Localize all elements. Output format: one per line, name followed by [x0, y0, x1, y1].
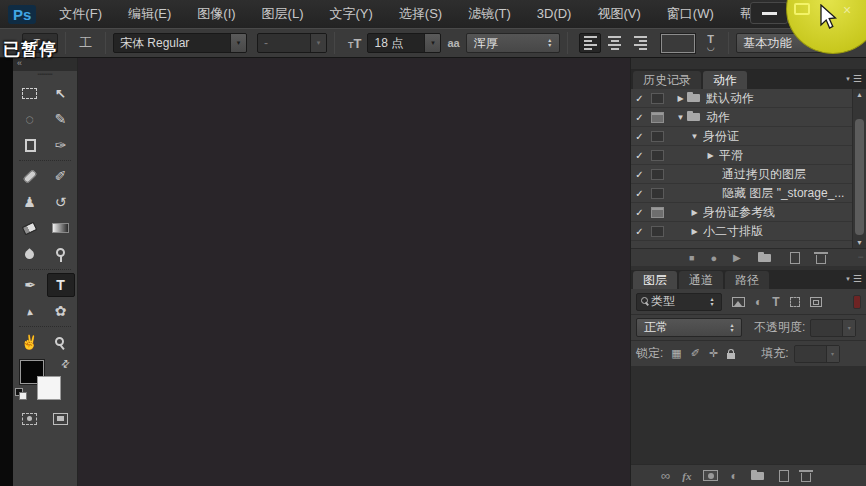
- default-colors-icon[interactable]: [15, 388, 27, 400]
- action-row[interactable]: ✓ 通过拷贝的图层: [631, 165, 852, 184]
- align-center-button[interactable]: [604, 33, 626, 53]
- modal-toggle[interactable]: [648, 169, 667, 180]
- tab-layers[interactable]: 图层: [633, 271, 677, 289]
- font-size-select[interactable]: 18 点 ▾: [367, 33, 441, 53]
- include-check-icon[interactable]: ✓: [631, 150, 648, 161]
- layer-style-button[interactable]: fx: [682, 470, 691, 482]
- rectangular-marquee-tool[interactable]: [14, 80, 45, 106]
- filter-kind-select[interactable]: 类型 ▴▾: [636, 293, 722, 311]
- brush-tool[interactable]: ✐: [45, 163, 76, 189]
- new-group-button[interactable]: [750, 472, 767, 480]
- path-selection-tool[interactable]: ▲: [12, 296, 46, 326]
- clone-stamp-tool[interactable]: ♟: [14, 189, 45, 215]
- delete-layer-button[interactable]: [801, 469, 811, 482]
- scroll-down-icon[interactable]: ▼: [853, 239, 866, 246]
- record-button[interactable]: ●: [710, 252, 717, 264]
- custom-shape-tool[interactable]: ✿: [45, 298, 76, 324]
- modal-toggle[interactable]: [648, 93, 667, 104]
- dropdown-arrow-icon[interactable]: ▾: [230, 34, 246, 52]
- minimize-button[interactable]: [750, 2, 788, 24]
- blur-tool[interactable]: [14, 241, 45, 267]
- menu-select[interactable]: 选择(S): [386, 0, 455, 28]
- align-left-button[interactable]: [579, 33, 601, 53]
- zoom-tool[interactable]: [45, 329, 76, 355]
- menu-3d[interactable]: 3D(D): [524, 0, 585, 28]
- new-set-button[interactable]: [757, 254, 774, 262]
- expand-arrow-icon[interactable]: ▶: [689, 227, 700, 236]
- text-orientation-icon[interactable]: 工: [79, 34, 92, 52]
- menu-window[interactable]: 窗口(W): [654, 0, 727, 28]
- panel-grip[interactable]: ┅┅┅: [13, 71, 77, 80]
- action-row[interactable]: ✓ ▶ 默认动作: [631, 89, 852, 108]
- action-row[interactable]: ✓ ▼ 身份证: [631, 127, 852, 146]
- delete-button[interactable]: [816, 251, 826, 264]
- expand-arrow-icon[interactable]: ▼: [689, 132, 700, 141]
- modal-toggle[interactable]: [648, 131, 667, 142]
- include-check-icon[interactable]: ✓: [631, 93, 648, 104]
- include-check-icon[interactable]: ✓: [631, 207, 648, 218]
- action-row[interactable]: ✓ ▶ 小二寸排版: [631, 222, 852, 241]
- canvas-area[interactable]: [78, 58, 630, 486]
- add-mask-button[interactable]: [703, 470, 718, 481]
- blend-mode-select[interactable]: 正常 ▴▾: [636, 318, 742, 337]
- modal-toggle[interactable]: [648, 226, 667, 237]
- link-layers-button[interactable]: ∞: [661, 468, 670, 483]
- expand-arrow-icon[interactable]: ▼: [675, 113, 686, 122]
- new-adjustment-layer-button[interactable]: ◐: [730, 469, 737, 483]
- expand-arrow-icon[interactable]: ▶: [675, 94, 686, 103]
- quick-selection-tool[interactable]: ✎: [45, 106, 76, 132]
- shape-layer-filter-icon[interactable]: [790, 297, 800, 307]
- move-tool[interactable]: ↖: [45, 80, 76, 106]
- include-check-icon[interactable]: ✓: [631, 112, 648, 123]
- hand-tool[interactable]: ✌: [14, 329, 45, 355]
- expand-arrow-icon[interactable]: ▶: [705, 151, 716, 160]
- include-check-icon[interactable]: ✓: [631, 169, 648, 180]
- tab-channels[interactable]: 通道: [679, 271, 723, 289]
- action-row[interactable]: ✓ 隐藏 图层 "_storage_...: [631, 184, 852, 203]
- type-tool-selected[interactable]: T: [47, 273, 75, 297]
- new-action-button[interactable]: [790, 252, 800, 264]
- resize-grip[interactable]: ┉: [858, 253, 863, 262]
- action-row[interactable]: ✓ ▼ 动作: [631, 108, 852, 127]
- menu-file[interactable]: 文件(F): [46, 0, 115, 28]
- expand-arrow-icon[interactable]: ▶: [689, 208, 700, 217]
- pen-tool[interactable]: ✒: [15, 272, 46, 298]
- eyedropper-tool[interactable]: ✑: [45, 132, 76, 158]
- type-layer-filter-icon[interactable]: T: [772, 295, 779, 309]
- modal-toggle[interactable]: [648, 188, 667, 199]
- menu-layer[interactable]: 图层(L): [249, 0, 317, 28]
- align-right-button[interactable]: [629, 33, 651, 53]
- menu-image[interactable]: 图像(I): [184, 0, 248, 28]
- pixel-layer-filter-icon[interactable]: [732, 297, 745, 307]
- include-check-icon[interactable]: ✓: [631, 188, 648, 199]
- adjustment-layer-filter-icon[interactable]: ◐: [755, 295, 762, 309]
- lock-transparency-icon[interactable]: ▦: [671, 347, 681, 360]
- filter-toggle-switch[interactable]: [853, 295, 861, 309]
- play-button[interactable]: ▶: [733, 252, 741, 263]
- history-brush-tool[interactable]: ↺: [45, 189, 76, 215]
- close-button[interactable]: ×: [843, 2, 851, 18]
- modal-toggle[interactable]: [648, 150, 667, 161]
- anti-alias-select[interactable]: 浑厚 ▴▾: [466, 33, 560, 53]
- crop-tool[interactable]: [14, 132, 45, 158]
- tab-actions[interactable]: 动作: [703, 71, 747, 89]
- action-row[interactable]: ✓ ▶ 身份证参考线: [631, 203, 852, 222]
- lasso-tool[interactable]: ◌: [14, 106, 45, 132]
- modal-toggle[interactable]: [648, 112, 667, 123]
- new-layer-button[interactable]: [779, 470, 789, 482]
- gradient-tool[interactable]: [45, 215, 76, 241]
- include-check-icon[interactable]: ✓: [631, 226, 648, 237]
- actions-scrollbar[interactable]: ▲ ▼: [852, 89, 866, 248]
- menu-filter[interactable]: 滤镜(T): [455, 0, 524, 28]
- lock-all-icon[interactable]: [727, 353, 735, 359]
- menu-edit[interactable]: 编辑(E): [115, 0, 184, 28]
- lock-position-icon[interactable]: ✛: [709, 347, 718, 360]
- panel-menu-icon[interactable]: ▼☰: [845, 273, 862, 284]
- dropdown-arrow-icon[interactable]: ▾: [424, 34, 440, 52]
- include-check-icon[interactable]: ✓: [631, 131, 648, 142]
- stop-button[interactable]: ■: [689, 253, 694, 263]
- scrollbar-thumb[interactable]: [855, 119, 864, 235]
- menu-view[interactable]: 视图(V): [584, 0, 653, 28]
- warp-text-icon[interactable]: T◡: [707, 35, 715, 51]
- text-color-swatch[interactable]: [661, 34, 695, 53]
